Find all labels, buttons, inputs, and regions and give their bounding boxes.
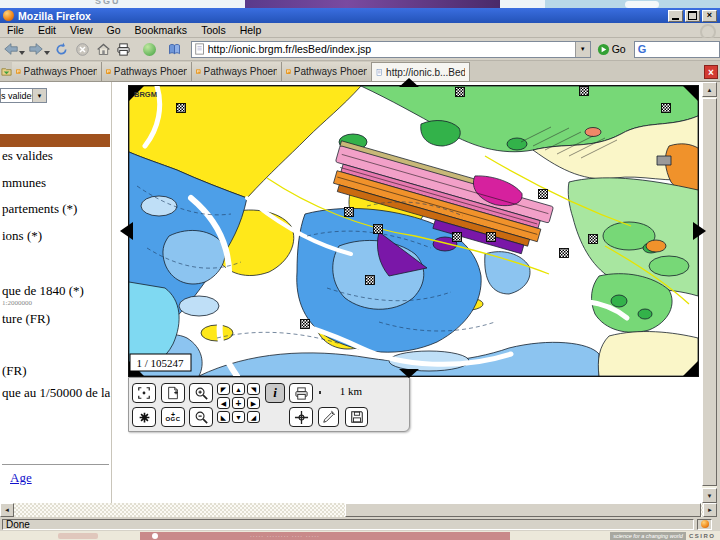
- layer-item-communes[interactable]: mmunes: [2, 175, 46, 191]
- tab-label: Pathways Phoenix V2.1 (IIIG ...: [294, 66, 367, 77]
- pan-sw-button[interactable]: ◣: [217, 411, 230, 423]
- menu-file[interactable]: File: [0, 24, 31, 36]
- layer-item-ture-fr[interactable]: ture (FR): [2, 311, 50, 327]
- url-text[interactable]: http://ionic.brgm.fr/lesBed/index.jsp: [208, 43, 575, 55]
- clear-selection-button[interactable]: [318, 407, 339, 427]
- eraser-icon: [322, 410, 336, 424]
- restore-button[interactable]: [685, 10, 700, 22]
- age-link[interactable]: Age: [10, 470, 32, 486]
- pan-west-arrow[interactable]: [120, 222, 133, 240]
- tab-label: http://ionic.b...Bed/index.jsp: [386, 67, 465, 78]
- arrow-se-icon: ◢: [251, 414, 256, 421]
- zoom-in-button[interactable]: [189, 383, 213, 403]
- scroll-down-icon: ▼: [707, 493, 713, 499]
- slide-usgs-box: science for a changing world: [610, 532, 686, 540]
- crosshair-icon: [294, 410, 309, 425]
- arrow-s-icon: ▼: [235, 414, 242, 421]
- minimize-button[interactable]: [668, 10, 683, 22]
- pan-north-arrow[interactable]: [399, 78, 419, 87]
- back-button[interactable]: [1, 40, 21, 59]
- pan-w-button[interactable]: ◀: [217, 397, 230, 409]
- save-button[interactable]: [345, 407, 368, 427]
- bookmarks-button[interactable]: [165, 40, 185, 59]
- highlight-button[interactable]: [132, 407, 156, 427]
- layer-item-fr[interactable]: (FR): [2, 363, 27, 379]
- vertical-scrollbar[interactable]: ▲ ▼: [702, 82, 717, 503]
- pan-e-button[interactable]: ▶: [247, 397, 260, 409]
- url-dropdown-button[interactable]: ▼: [575, 42, 590, 57]
- new-view-button[interactable]: [161, 383, 185, 403]
- tab-pathways-3[interactable]: Pathways Phoenix V2.1 (UKS ...: [192, 62, 282, 81]
- theme-button[interactable]: [140, 40, 160, 59]
- menu-tools[interactable]: Tools: [194, 24, 233, 36]
- stop-button[interactable]: [73, 40, 93, 59]
- printer-icon: [294, 386, 309, 401]
- tab-label: Pathways Phoenix V2.1 (UKS ...: [24, 66, 97, 77]
- menu-view[interactable]: View: [63, 24, 100, 36]
- pan-ne-button[interactable]: ◥: [247, 383, 260, 395]
- horizontal-scrollbar[interactable]: ◄ ►: [0, 503, 717, 517]
- measure-button[interactable]: [289, 407, 313, 427]
- menu-help[interactable]: Help: [233, 24, 269, 36]
- zoom-out-icon: [194, 410, 209, 425]
- pan-south-arrow[interactable]: [399, 369, 419, 378]
- scroll-down-button[interactable]: ▼: [702, 488, 717, 503]
- pan-nw-button[interactable]: ◤: [217, 383, 230, 395]
- reload-icon: [54, 42, 69, 57]
- tab-pathways-1[interactable]: Pathways Phoenix V2.1 (UKS ...: [12, 62, 102, 81]
- floppy-icon: [350, 410, 364, 424]
- geological-map-image[interactable]: 1 / 105247 BRGM: [129, 86, 698, 376]
- scroll-right-icon: ►: [707, 507, 713, 513]
- tab-ionic-brgm-active[interactable]: http://ionic.b...Bed/index.jsp: [372, 62, 470, 81]
- pan-center-button[interactable]: +: [232, 397, 245, 409]
- map-viewport[interactable]: 1 / 105247 BRGM: [128, 85, 699, 377]
- menu-bookmarks[interactable]: Bookmarks: [128, 24, 195, 36]
- horizontal-scroll-thumb[interactable]: [345, 503, 701, 517]
- tab-pathways-4[interactable]: Pathways Phoenix V2.1 (IIIG ...: [282, 62, 372, 81]
- forward-button[interactable]: [27, 40, 47, 59]
- tab-bar-left-icon[interactable]: [0, 62, 12, 81]
- tab-pathways-2[interactable]: Pathways Phoenix V2.1 (IIIG ...: [102, 62, 192, 81]
- pan-se-button[interactable]: ◢: [247, 411, 260, 423]
- slide-csiro-label: CSIRO: [689, 533, 716, 539]
- url-bar[interactable]: http://ionic.brgm.fr/lesBed/index.jsp ▼: [191, 41, 591, 58]
- status-bar: Done: [0, 517, 717, 531]
- screen: SGU Mozilla Firefox × File Edit View Go …: [0, 0, 720, 540]
- zoom-full-extent-button[interactable]: [132, 383, 156, 403]
- layer-select-dropdown[interactable]: s valides ▼: [0, 88, 47, 103]
- pan-s-button[interactable]: ▼: [232, 411, 245, 423]
- print-nav-button[interactable]: [114, 40, 134, 59]
- tab-label: Pathways Phoenix V2.1 (UKS ...: [204, 66, 277, 77]
- back-dropdown-caret[interactable]: [19, 51, 25, 55]
- scroll-left-button[interactable]: ◄: [0, 503, 14, 517]
- pan-n-button[interactable]: ▲: [232, 383, 245, 395]
- go-button[interactable]: Go: [597, 43, 626, 56]
- menu-edit[interactable]: Edit: [31, 24, 63, 36]
- vertical-scroll-thumb[interactable]: [702, 98, 717, 486]
- menu-go[interactable]: Go: [100, 24, 128, 36]
- layer-item-departements[interactable]: partements (*): [2, 201, 77, 217]
- close-tab-button[interactable]: ×: [704, 65, 718, 79]
- layer-item-carte-50000[interactable]: que au 1/50000 de la: [2, 385, 110, 401]
- home-button[interactable]: [93, 40, 113, 59]
- scroll-right-button[interactable]: ►: [703, 503, 717, 517]
- arrow-nw-icon: ◤: [221, 386, 226, 393]
- status-firefox-box[interactable]: [697, 519, 712, 530]
- identify-info-button[interactable]: i: [265, 383, 285, 403]
- slide-faint-logo: [58, 533, 98, 539]
- pan-east-arrow[interactable]: [693, 222, 706, 240]
- layer-item-carte-1840[interactable]: que de 1840 (*): [2, 283, 84, 299]
- forward-dropdown-caret[interactable]: [44, 51, 50, 55]
- layer-item-regions[interactable]: ions (*): [2, 228, 42, 244]
- print-map-button[interactable]: [289, 383, 313, 403]
- scroll-up-button[interactable]: ▲: [702, 82, 717, 97]
- search-input[interactable]: G: [634, 41, 720, 58]
- close-button[interactable]: ×: [702, 10, 717, 22]
- reload-button[interactable]: [52, 40, 72, 59]
- layer-item-valides[interactable]: es valides: [2, 148, 53, 164]
- info-icon: i: [273, 385, 277, 401]
- star-icon: [138, 411, 151, 424]
- zoom-out-button[interactable]: [189, 407, 213, 427]
- ogc-button[interactable]: + OGC: [161, 407, 185, 427]
- map-scale-text: 1 / 105247: [136, 357, 184, 369]
